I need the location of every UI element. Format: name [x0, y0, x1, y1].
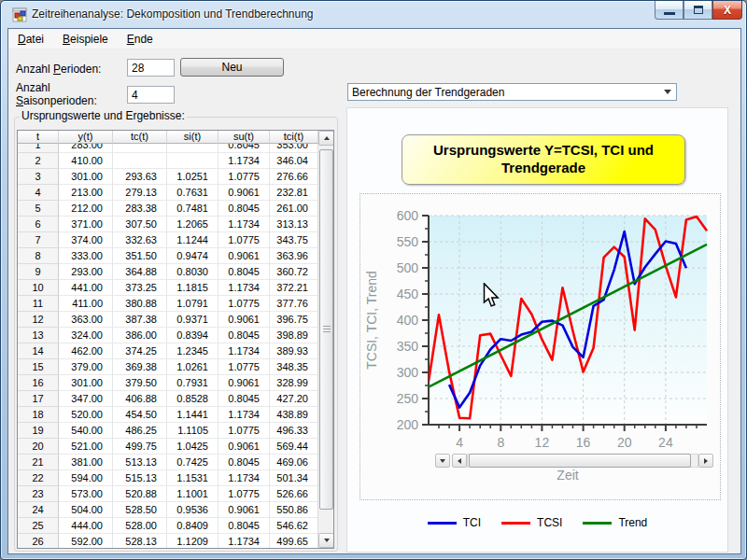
combobox-dropdown-icon[interactable]	[660, 85, 675, 99]
table-cell[interactable]: 427.20	[270, 391, 318, 407]
table-cell[interactable]: 1.1105	[167, 423, 218, 439]
table-cell[interactable]: 501.34	[270, 470, 318, 486]
table-cell[interactable]: 212.00	[59, 201, 113, 217]
table-cell[interactable]: 454.50	[113, 407, 167, 423]
table-cell[interactable]: 301.00	[59, 375, 113, 391]
table-row[interactable]: 11411.00380.881.07911.0775377.76	[18, 296, 318, 312]
table-cell[interactable]: 0.8045	[218, 328, 270, 343]
row-header-cell[interactable]: 4	[18, 185, 59, 201]
table-row[interactable]: 17347.00406.880.85280.8045427.20	[18, 391, 318, 407]
table-row[interactable]: 18520.00454.501.14411.1734438.89	[18, 407, 318, 423]
table-row[interactable]: 7374.00332.631.12441.0775343.75	[18, 232, 318, 248]
row-header-cell[interactable]: 20	[18, 439, 59, 455]
table-cell[interactable]: 540.00	[59, 423, 113, 439]
table-cell[interactable]: 1.0261	[167, 359, 218, 375]
table-cell[interactable]: 1.0775	[218, 296, 270, 312]
table-cell[interactable]: 1.2065	[167, 217, 218, 232]
table-cell[interactable]: 363.96	[270, 248, 318, 264]
table-cell[interactable]: 1.1001	[167, 486, 218, 502]
table-cell[interactable]: 347.00	[59, 391, 113, 407]
table-row[interactable]: 14462.00374.251.23451.1734389.93	[18, 343, 318, 359]
table-row[interactable]: 3301.00293.631.02511.0775276.66	[18, 169, 318, 185]
row-header-cell[interactable]: 9	[18, 264, 59, 280]
table-cell[interactable]: 520.00	[59, 407, 113, 423]
table-cell[interactable]: 369.38	[113, 359, 167, 375]
table-cell[interactable]: 1.1734	[218, 153, 270, 169]
table-cell[interactable]: 499.75	[113, 439, 167, 455]
table-cell[interactable]: 1.1531	[167, 470, 218, 486]
row-header-cell[interactable]: 15	[18, 359, 59, 375]
table-cell[interactable]: 364.88	[113, 264, 167, 280]
table-cell[interactable]: 0.8045	[218, 391, 270, 407]
table-vertical-scrollbar[interactable]	[317, 131, 333, 548]
table-row[interactable]: 12363.00387.380.93710.9061396.75	[18, 312, 318, 328]
table-cell[interactable]: 279.13	[113, 185, 167, 201]
table-row[interactable]: 8333.00351.500.94740.9061363.96	[18, 248, 318, 264]
row-header-cell[interactable]: 12	[18, 312, 59, 328]
table-cell[interactable]	[113, 153, 167, 169]
table-cell[interactable]	[167, 144, 218, 153]
table-row[interactable]: 19540.00486.251.11051.0775496.33	[18, 423, 318, 439]
table-cell[interactable]: 374.00	[59, 232, 113, 248]
column-header[interactable]: tc(t)	[113, 131, 167, 144]
table-cell[interactable]: 406.88	[113, 391, 167, 407]
row-header-cell[interactable]: 19	[18, 423, 59, 439]
row-header-cell[interactable]: 8	[18, 248, 59, 264]
table-cell[interactable]: 381.00	[59, 455, 113, 470]
table-cell[interactable]: 343.75	[270, 232, 318, 248]
menu-item-datei[interactable]: Datei	[8, 29, 53, 49]
row-header-cell[interactable]: 26	[18, 534, 59, 548]
scroll-up-icon[interactable]	[318, 131, 334, 146]
trend-method-combobox[interactable]: Berechnung der Trendgeraden	[347, 83, 677, 101]
table-cell[interactable]: 332.63	[113, 232, 167, 248]
table-cell[interactable]: 0.9061	[218, 248, 270, 264]
table-scrollbar-thumb[interactable]	[319, 149, 333, 510]
new-button[interactable]: Neu	[180, 58, 284, 77]
table-cell[interactable]: 379.00	[59, 359, 113, 375]
table-cell[interactable]: 0.9536	[167, 502, 218, 518]
column-header[interactable]: su(t)	[218, 131, 270, 144]
table-cell[interactable]: 410.00	[59, 153, 113, 169]
table-cell[interactable]: 1.0425	[167, 439, 218, 455]
table-cell[interactable]: 0.9061	[218, 312, 270, 328]
table-cell[interactable]: 386.00	[113, 328, 167, 343]
chart-zoom-button[interactable]	[435, 454, 450, 468]
table-cell[interactable]: 1.0775	[218, 486, 270, 502]
table-cell[interactable]: 1.0791	[167, 296, 218, 312]
table-cell[interactable]: 1.1734	[218, 470, 270, 486]
table-cell[interactable]	[113, 144, 167, 153]
table-cell[interactable]: 1.1209	[167, 534, 218, 548]
table-cell[interactable]: 313.13	[270, 217, 318, 232]
table-cell[interactable]: 232.81	[270, 185, 318, 201]
row-header-cell[interactable]: 25	[18, 518, 59, 534]
row-header-cell[interactable]: 21	[18, 455, 59, 470]
row-header-cell[interactable]: 13	[18, 328, 59, 343]
table-row[interactable]: 22594.00515.131.15311.1734501.34	[18, 470, 318, 486]
table-cell[interactable]: 504.00	[59, 502, 113, 518]
periods-input[interactable]	[127, 59, 175, 77]
table-cell[interactable]: 0.8045	[218, 144, 270, 153]
results-table[interactable]: ty(t)tc(t)si(t)su(t)tci(t) 1283.000.8045…	[17, 130, 334, 549]
table-cell[interactable]: 261.00	[270, 201, 318, 217]
table-row[interactable]: 24504.00528.500.95360.9061550.86	[18, 502, 318, 518]
table-row[interactable]: 23573.00520.881.10011.0775526.66	[18, 486, 318, 502]
table-cell[interactable]: 360.72	[270, 264, 318, 280]
table-cell[interactable]: 283.00	[59, 144, 113, 153]
table-cell[interactable]: 387.38	[113, 312, 167, 328]
row-header-cell[interactable]: 23	[18, 486, 59, 502]
menu-item-ende[interactable]: Ende	[118, 29, 162, 49]
table-cell[interactable]: 213.00	[59, 185, 113, 201]
table-cell[interactable]: 1.1734	[218, 534, 270, 548]
table-cell[interactable]: 372.21	[270, 280, 318, 296]
table-cell[interactable]: 569.44	[270, 439, 318, 455]
table-cell[interactable]: 0.8045	[218, 201, 270, 217]
table-cell[interactable]: 0.9061	[218, 502, 270, 518]
table-cell[interactable]: 276.66	[270, 169, 318, 185]
table-cell[interactable]: 438.89	[270, 407, 318, 423]
table-cell[interactable]: 0.8045	[218, 264, 270, 280]
table-cell[interactable]: 0.7425	[167, 455, 218, 470]
table-cell[interactable]: 1.0251	[167, 169, 218, 185]
table-cell[interactable]: 324.00	[59, 328, 113, 343]
table-row[interactable]: 26592.00528.131.12091.1734499.65	[18, 534, 318, 548]
table-row[interactable]: 4213.00279.130.76310.9061232.81	[18, 185, 318, 201]
